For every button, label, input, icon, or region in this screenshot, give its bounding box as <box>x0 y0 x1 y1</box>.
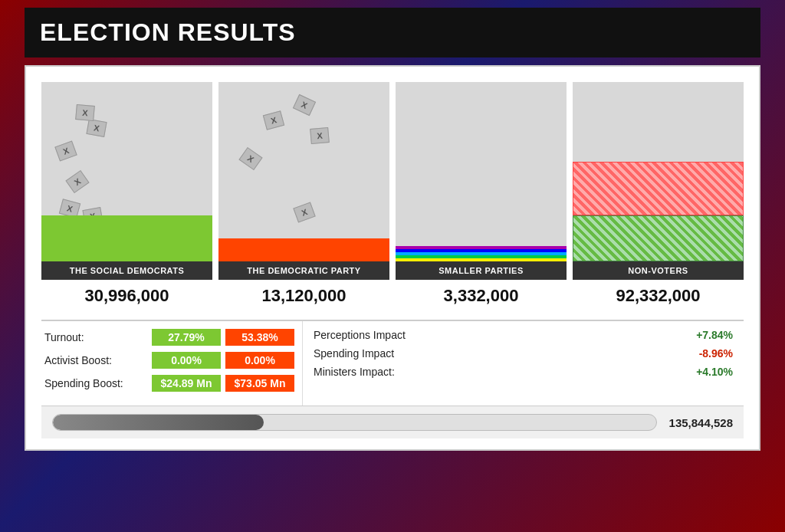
bar-fill-sp <box>396 246 567 261</box>
stats-row-activist: Activist Boost: 0.00% 0.00% <box>44 352 294 369</box>
spending-impact-value: -8.96% <box>699 347 733 360</box>
bar-box-nv <box>573 82 744 261</box>
progress-fill <box>53 415 264 430</box>
party-label-sp: SMALLER PARTIES <box>396 261 567 280</box>
ministers-value: +4.10% <box>696 366 733 378</box>
progress-track <box>52 414 657 431</box>
progress-value: 135,844,528 <box>669 416 733 429</box>
spending-green: $24.89 Mn <box>152 375 221 392</box>
stats-row-spending: Spending Boost: $24.89 Mn $73.05 Mn <box>44 375 294 392</box>
bar-fill-sd <box>41 215 212 261</box>
turnout-green: 27.79% <box>152 329 221 346</box>
ballot-paper: X <box>293 202 315 222</box>
activist-green: 0.00% <box>152 352 221 369</box>
perceptions-value: +7.84% <box>696 329 733 341</box>
ballot-paper: X <box>75 104 95 121</box>
party-label-sd: THE SOCIAL DEMOCRATS <box>41 261 212 280</box>
bar-fill-nv <box>573 162 744 261</box>
ballot-paper: X <box>263 110 284 130</box>
ballot-paper: X <box>293 94 316 116</box>
ballot-paper: X <box>65 170 89 193</box>
spending-orange: $73.05 Mn <box>225 375 294 392</box>
party-label-dp: THE DEMOCRATIC PARTY <box>218 261 389 280</box>
party-column-dp: X X X X X THE DEMOCRATIC PARTY 13,120,00… <box>218 82 389 312</box>
spending-impact-label: Spending Impact <box>314 347 394 360</box>
bar-box-sp <box>396 82 567 261</box>
party-column-sp: SMALLER PARTIES 3,332,000 <box>396 82 567 312</box>
impact-row-ministers: Ministers Impact: +4.10% <box>314 366 733 378</box>
perceptions-label: Perceptions Impact <box>314 329 406 341</box>
turnout-orange: 53.38% <box>225 329 294 346</box>
ballot-paper: X <box>310 127 330 144</box>
ballot-paper: X <box>238 147 262 170</box>
ministers-label: Ministers Impact: <box>314 366 395 378</box>
party-votes-sd: 30,996,000 <box>41 280 212 312</box>
ballot-paper: X <box>86 119 107 137</box>
results-panel: X X X X X X X THE SOCIAL DEMOCRATS 30,99… <box>25 65 760 451</box>
bar-box-sd: X X X X X X X <box>41 82 212 261</box>
spending-label: Spending Boost: <box>44 377 152 389</box>
title-text: ELECTION RESULTS <box>40 18 296 46</box>
impact-row-perceptions: Perceptions Impact +7.84% <box>314 329 733 341</box>
stats-left: Turnout: 27.79% 53.38% Activist Boost: 0… <box>41 321 302 406</box>
turnout-label: Turnout: <box>44 331 152 343</box>
progress-bar-row: 135,844,528 <box>41 406 744 438</box>
party-column-nv: NON-VOTERS 92,332,000 <box>573 82 744 312</box>
activist-label: Activist Boost: <box>44 354 152 366</box>
party-label-nv: NON-VOTERS <box>573 261 744 280</box>
stats-right: Perceptions Impact +7.84% Spending Impac… <box>302 321 744 406</box>
stats-panel: Turnout: 27.79% 53.38% Activist Boost: 0… <box>41 320 744 406</box>
party-votes-sp: 3,332,000 <box>396 280 567 312</box>
party-column-sd: X X X X X X X THE SOCIAL DEMOCRATS 30,99… <box>41 82 212 312</box>
party-votes-dp: 13,120,000 <box>218 280 389 312</box>
bar-chart: X X X X X X X THE SOCIAL DEMOCRATS 30,99… <box>41 82 744 312</box>
impact-row-spending: Spending Impact -8.96% <box>314 347 733 360</box>
stats-row-turnout: Turnout: 27.79% 53.38% <box>44 329 294 346</box>
activist-orange: 0.00% <box>225 352 294 369</box>
ballot-paper: X <box>54 140 77 161</box>
page-title: ELECTION RESULTS <box>25 8 760 57</box>
party-votes-nv: 92,332,000 <box>573 280 744 312</box>
bar-fill-dp <box>218 238 389 261</box>
bar-box-dp: X X X X X <box>218 82 389 261</box>
